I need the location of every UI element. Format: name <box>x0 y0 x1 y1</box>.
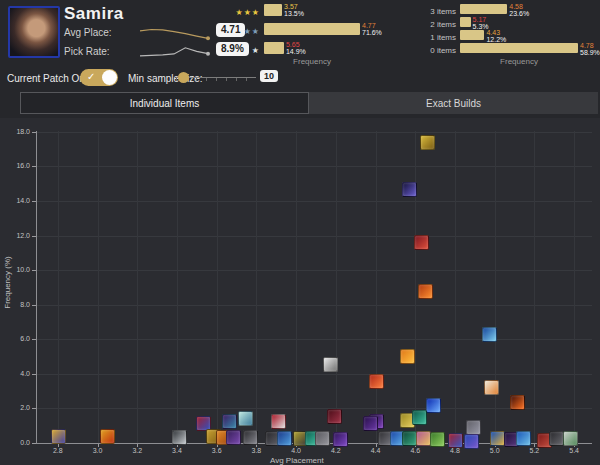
frequency-pct: 13.5% <box>284 10 304 17</box>
item-icon[interactable] <box>490 431 505 446</box>
item-icon[interactable] <box>510 395 525 410</box>
y-axis-tick-label: 2.0 <box>4 404 30 411</box>
item-icon[interactable] <box>402 182 417 197</box>
star-rating: ★ <box>252 46 260 55</box>
champion-name: Samira <box>64 4 124 24</box>
x-axis-tick-label: 3.2 <box>125 447 149 454</box>
x-axis-tick-label: 4.2 <box>324 447 348 454</box>
grid-line <box>137 131 138 443</box>
item-count-label: 0 items <box>430 46 456 55</box>
item-icon[interactable] <box>426 398 441 413</box>
x-axis-tick-label: 4.0 <box>284 447 308 454</box>
item-icon[interactable] <box>172 430 187 445</box>
item-icon[interactable] <box>100 429 115 444</box>
min-sample-size-slider[interactable] <box>176 77 256 81</box>
item-icon[interactable] <box>315 431 330 446</box>
avg-place-value: 4.58 <box>509 3 529 10</box>
avg-place-label: Avg Place: <box>64 27 112 38</box>
grid-line <box>36 201 592 202</box>
item-icon[interactable] <box>226 430 241 445</box>
bar-values: 5.175.3% <box>473 16 489 30</box>
item-icon[interactable] <box>271 414 286 429</box>
frequency-bar[interactable] <box>460 4 507 14</box>
bar-values: 3.5713.5% <box>284 3 304 17</box>
item-icon[interactable] <box>369 374 384 389</box>
bar-row: 0 items4.7858.9% <box>420 43 598 53</box>
filter-controls: Current Patch Only: ✓ Min sample size: 1… <box>0 66 600 90</box>
tab-individual-items[interactable]: Individual Items <box>20 92 309 114</box>
frequency-pct: 71.6% <box>362 29 382 36</box>
y-axis-tick-label: 14.0 <box>4 197 30 204</box>
frequency-bar[interactable] <box>264 23 360 35</box>
x-axis-tick-label: 5.4 <box>562 447 586 454</box>
item-icon[interactable] <box>400 349 415 364</box>
star-rating: ★★ <box>244 27 260 36</box>
item-icon[interactable] <box>327 409 342 424</box>
x-axis-title: Avg Placement <box>270 456 324 465</box>
frequency-bar[interactable] <box>460 17 471 27</box>
item-icon[interactable] <box>238 411 253 426</box>
item-icon[interactable] <box>277 431 292 446</box>
x-axis-tick-label: 3.4 <box>165 447 189 454</box>
toggle-knob <box>102 70 117 85</box>
frequency-bar[interactable] <box>460 30 484 40</box>
item-icon[interactable] <box>549 431 564 446</box>
bar-values: 4.7771.6% <box>362 22 382 36</box>
frequency-pct: 58.9% <box>580 49 600 56</box>
item-icon[interactable] <box>412 410 427 425</box>
tab-exact-builds[interactable]: Exact Builds <box>309 92 598 114</box>
grid-line <box>36 270 592 271</box>
bar-row: ★★4.7771.6% <box>234 23 414 35</box>
frequency-axis-label: Frequency <box>264 57 360 66</box>
bar-values: 4.5823.6% <box>509 3 529 17</box>
item-icon[interactable] <box>363 416 378 431</box>
grid-line <box>455 131 456 443</box>
bar-values: 5.6514.9% <box>286 41 306 55</box>
item-icon[interactable] <box>430 432 445 447</box>
grid-line <box>376 131 377 443</box>
x-axis-tick-label: 5.0 <box>483 447 507 454</box>
y-axis-tick-label: 12.0 <box>4 232 30 239</box>
item-icon[interactable] <box>402 431 417 446</box>
grid-line <box>98 131 99 443</box>
item-icon[interactable] <box>323 357 338 372</box>
slider-knob[interactable] <box>178 72 189 83</box>
avg-place-sparkline <box>138 24 214 42</box>
y-axis-tick-label: 4.0 <box>4 370 30 377</box>
item-icon[interactable] <box>484 380 499 395</box>
frequency-bar[interactable] <box>264 4 282 16</box>
item-icon[interactable] <box>414 235 429 250</box>
current-patch-toggle[interactable]: ✓ <box>80 69 118 86</box>
grid-line <box>415 131 416 443</box>
bar-row: ★5.6514.9% <box>234 42 414 54</box>
item-icon[interactable] <box>448 433 463 448</box>
item-icon[interactable] <box>516 431 531 446</box>
item-icon[interactable] <box>418 284 433 299</box>
frequency-bar[interactable] <box>460 43 578 53</box>
item-icon[interactable] <box>222 414 237 429</box>
frequency-bar[interactable] <box>264 42 284 54</box>
y-axis-tick-label: 18.0 <box>4 128 30 135</box>
item-icon[interactable] <box>464 434 479 449</box>
grid-line <box>36 166 592 167</box>
avg-place-value: 4.77 <box>362 22 382 29</box>
grid-line <box>296 131 297 443</box>
item-icon[interactable] <box>466 420 481 435</box>
item-icon[interactable] <box>51 429 66 444</box>
frequency-pct: 14.9% <box>286 48 306 55</box>
avg-place-value: 5.65 <box>286 41 306 48</box>
check-icon: ✓ <box>87 71 95 82</box>
item-icon[interactable] <box>416 431 431 446</box>
grid-line <box>256 131 257 443</box>
x-axis-tick-label: 4.6 <box>403 447 427 454</box>
item-icon[interactable] <box>420 135 435 150</box>
item-icon[interactable] <box>243 430 258 445</box>
frequency-pct: 12.2% <box>486 36 506 43</box>
bar-values: 4.4312.2% <box>486 29 506 43</box>
y-axis-line <box>36 131 37 443</box>
grid-line <box>336 131 337 443</box>
item-icon[interactable] <box>482 327 497 342</box>
item-icon[interactable] <box>333 432 348 447</box>
avg-place-value: 4.78 <box>580 42 600 49</box>
item-icon[interactable] <box>563 431 578 446</box>
